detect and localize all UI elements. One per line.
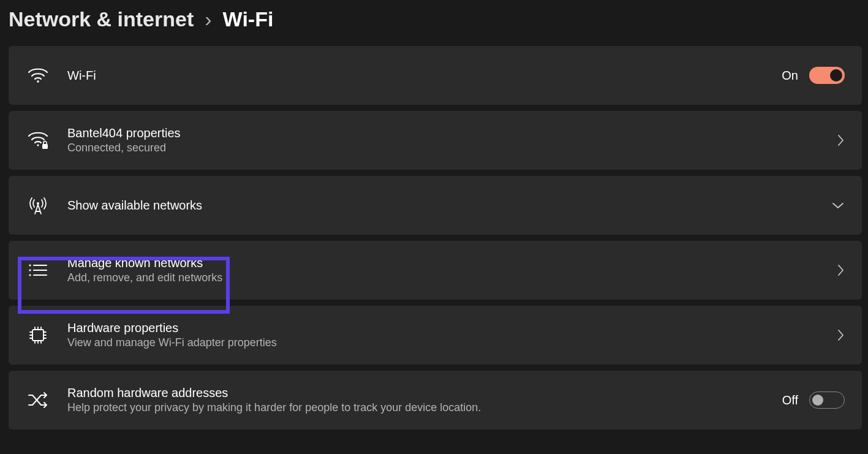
svg-point-4 bbox=[29, 264, 31, 266]
available-networks-title: Show available networks bbox=[67, 199, 814, 213]
svg-point-1 bbox=[37, 144, 39, 146]
antenna-icon bbox=[26, 195, 50, 215]
random-hw-toggle-switch[interactable] bbox=[809, 392, 845, 409]
wifi-toggle-switch[interactable] bbox=[809, 67, 845, 84]
current-network-properties-panel[interactable]: Bantel404 properties Connected, secured bbox=[9, 111, 862, 170]
hardware-properties-panel[interactable]: Hardware properties View and manage Wi-F… bbox=[9, 306, 862, 365]
breadcrumb: Network & internet › Wi-Fi bbox=[0, 0, 868, 46]
svg-point-8 bbox=[29, 274, 31, 276]
hardware-properties-title: Hardware properties bbox=[67, 321, 819, 335]
svg-point-6 bbox=[29, 269, 31, 271]
shuffle-icon bbox=[26, 392, 50, 409]
random-hw-addresses-panel[interactable]: Random hardware addresses Help protect y… bbox=[9, 371, 862, 429]
network-properties-subtitle: Connected, secured bbox=[67, 142, 819, 154]
breadcrumb-current: Wi-Fi bbox=[223, 7, 274, 31]
network-properties-title: Bantel404 properties bbox=[67, 126, 819, 140]
chevron-right-icon bbox=[836, 134, 845, 147]
manage-known-networks-panel[interactable]: Manage known networks Add, remove, and e… bbox=[9, 241, 862, 300]
random-hw-title: Random hardware addresses bbox=[67, 386, 765, 400]
chip-icon bbox=[26, 325, 50, 346]
wifi-toggle-state-label: On bbox=[782, 69, 798, 83]
manage-known-subtitle: Add, remove, and edit networks bbox=[67, 271, 819, 284]
hardware-properties-subtitle: View and manage Wi-Fi adapter properties bbox=[67, 336, 819, 349]
wifi-toggle-panel[interactable]: Wi-Fi On bbox=[9, 46, 862, 105]
random-hw-subtitle: Help protect your privacy by making it h… bbox=[67, 401, 765, 414]
chevron-right-icon bbox=[836, 263, 845, 277]
wifi-toggle-title: Wi-Fi bbox=[67, 69, 764, 83]
random-hw-state-label: Off bbox=[782, 393, 798, 407]
svg-rect-2 bbox=[42, 144, 48, 149]
chevron-down-icon bbox=[831, 201, 845, 210]
wifi-icon bbox=[26, 67, 50, 83]
chevron-right-icon: › bbox=[205, 7, 211, 31]
breadcrumb-parent[interactable]: Network & internet bbox=[9, 7, 194, 31]
show-available-networks-panel[interactable]: Show available networks bbox=[9, 176, 862, 235]
svg-rect-10 bbox=[32, 330, 43, 341]
list-icon bbox=[26, 263, 50, 278]
chevron-right-icon bbox=[836, 328, 845, 342]
svg-point-0 bbox=[37, 80, 39, 83]
manage-known-title: Manage known networks bbox=[67, 256, 819, 270]
wifi-secured-icon bbox=[26, 131, 50, 149]
settings-panel-list: Wi-Fi On Bantel404 properties Connected,… bbox=[0, 46, 868, 436]
